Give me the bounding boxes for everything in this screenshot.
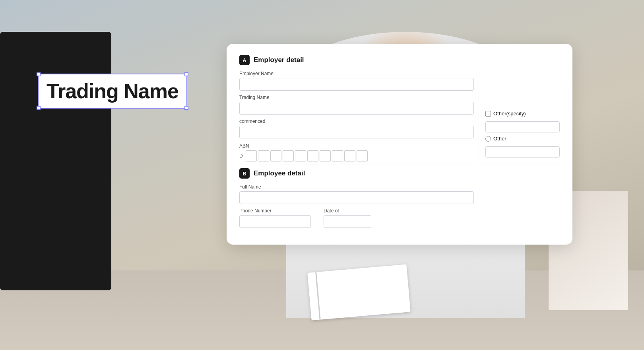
date-commenced-group: commenced [239, 119, 474, 138]
notebook [307, 264, 411, 320]
trading-name-input[interactable] [239, 102, 474, 115]
trading-name-overlay[interactable]: Trading Name [38, 74, 187, 109]
resize-handle-top-right[interactable] [184, 72, 188, 76]
full-name-label: Full Name [239, 184, 474, 190]
resize-handle-bottom-right[interactable] [184, 106, 188, 110]
other-radio[interactable] [485, 136, 491, 142]
abn-cell-4[interactable] [283, 150, 294, 161]
scene: A Employer detail Employer Name Trading … [0, 0, 644, 350]
section-a-badge: A [239, 55, 250, 65]
phone-number-input[interactable] [239, 215, 311, 228]
abn-cell-8[interactable] [332, 150, 343, 161]
abn-cells: D [239, 150, 474, 161]
other-specify-checkbox-row: Other(specify) [485, 111, 560, 117]
resize-handle-bottom-left[interactable] [37, 106, 41, 110]
abn-cell-7[interactable] [320, 150, 331, 161]
abn-group: ABN D [239, 143, 474, 161]
form-card: A Employer detail Employer Name Trading … [227, 44, 572, 245]
other-radio-input[interactable] [485, 146, 560, 158]
section-b-header: B Employee detail [239, 168, 560, 179]
abn-cell-9[interactable] [344, 150, 355, 161]
abn-cell-3[interactable] [270, 150, 281, 161]
other-specify-checkbox[interactable] [485, 111, 491, 117]
monitor-left [0, 32, 111, 290]
other-specify-label: Other(specify) [493, 111, 526, 117]
phone-number-group: Phone Number [239, 208, 319, 228]
abn-cell-10[interactable] [357, 150, 368, 161]
date-commenced-input[interactable] [239, 126, 474, 138]
abn-cell-1[interactable] [246, 150, 257, 161]
trading-name-display: Trading Name [47, 80, 178, 103]
date-of-input[interactable] [324, 215, 371, 228]
section-b-badge: B [239, 168, 250, 179]
trading-name-group: Trading Name [239, 95, 474, 115]
other-specify-input[interactable] [485, 121, 560, 132]
date-of-group: Date of [324, 208, 379, 228]
right-options-col: Other(specify) Other [479, 95, 560, 161]
section-b-title: Employee detail [254, 169, 305, 177]
abn-cell-5[interactable] [295, 150, 306, 161]
abn-label: ABN [239, 143, 474, 149]
resize-handle-top-left[interactable] [37, 72, 41, 76]
employer-name-group: Employer Name [239, 71, 474, 91]
full-name-group: Full Name [239, 184, 474, 204]
trading-name-selected-box[interactable]: Trading Name [38, 74, 187, 109]
date-commenced-label: commenced [239, 119, 474, 124]
phone-number-label: Phone Number [239, 208, 319, 214]
section-a-title: Employer detail [254, 56, 304, 64]
other-radio-row: Other [485, 136, 560, 142]
phone-date-row: Phone Number Date of [239, 208, 474, 232]
abn-cell-6[interactable] [307, 150, 318, 161]
date-of-label: Date of [324, 208, 379, 214]
section-a-header: A Employer detail [239, 55, 560, 65]
employer-name-label: Employer Name [239, 71, 474, 76]
full-name-input[interactable] [239, 191, 474, 204]
employer-name-input[interactable] [239, 78, 474, 91]
other-radio-group: Other [485, 136, 560, 161]
abn-cell-2[interactable] [258, 150, 269, 161]
other-radio-label: Other [493, 136, 506, 142]
trading-name-label: Trading Name [239, 95, 474, 100]
section-divider [239, 165, 560, 165]
other-specify-group: Other(specify) [485, 111, 560, 136]
abn-prefix: D [239, 150, 244, 161]
